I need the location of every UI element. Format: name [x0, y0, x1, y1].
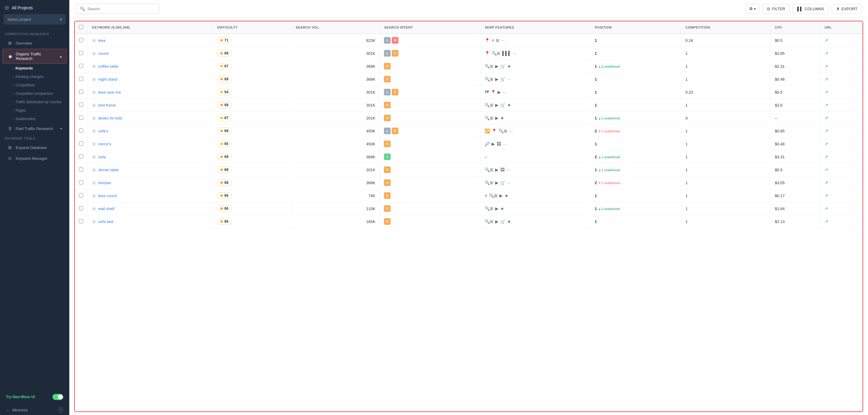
export-button[interactable]: ⬆ EXPORT: [832, 4, 862, 14]
keyword-link[interactable]: sofa: [98, 155, 106, 159]
url-cell[interactable]: ↗: [820, 202, 863, 215]
row-checkbox-cell[interactable]: [75, 47, 88, 60]
sidebar-header[interactable]: ⊟ All Projects: [0, 0, 69, 14]
row-checkbox-cell[interactable]: [75, 164, 88, 176]
url-cell[interactable]: ↗: [820, 86, 863, 99]
external-link-icon[interactable]: ↗: [825, 51, 828, 56]
checkbox-row-4[interactable]: [79, 90, 83, 94]
copy-button[interactable]: ⧉ ▾: [746, 4, 760, 14]
checkbox-row-10[interactable]: [79, 167, 83, 172]
columns-button[interactable]: ▌▌ COLUMNS: [793, 4, 829, 14]
external-link-icon[interactable]: ↗: [825, 64, 828, 69]
url-cell[interactable]: ↗: [820, 125, 863, 138]
external-link-icon[interactable]: ↗: [825, 154, 828, 159]
sidebar-item-expand-database[interactable]: ⊞ Expand Database: [2, 142, 67, 152]
url-cell[interactable]: ↗: [820, 34, 863, 47]
sidebar-sub-competitor-comparison[interactable]: Competitor comparison: [0, 90, 69, 98]
keyword-link[interactable]: bed frame: [98, 103, 116, 107]
row-checkbox-cell[interactable]: [75, 176, 88, 189]
external-link-icon[interactable]: ↗: [825, 206, 828, 211]
keyword-link[interactable]: wall shelf: [98, 206, 114, 211]
add-keyword-btn[interactable]: ⊕: [92, 167, 96, 173]
row-checkbox-cell[interactable]: [75, 150, 88, 164]
add-keyword-btn[interactable]: ⊕: [92, 219, 96, 224]
add-keyword-btn[interactable]: ⊕: [92, 38, 96, 43]
add-keyword-btn[interactable]: ⊕: [92, 154, 96, 160]
keyword-link[interactable]: ikea couch: [98, 194, 117, 198]
checkbox-row-5[interactable]: [79, 103, 83, 107]
checkbox-row-6[interactable]: [79, 115, 83, 120]
keyword-link[interactable]: sofa bed: [98, 219, 113, 224]
url-cell[interactable]: ↗: [820, 60, 863, 73]
add-keyword-btn[interactable]: ⊕: [92, 180, 96, 186]
external-link-icon[interactable]: ↗: [825, 115, 828, 120]
url-cell[interactable]: ↗: [820, 112, 863, 125]
url-cell[interactable]: ↗: [820, 47, 863, 60]
checkbox-row-3[interactable]: [79, 77, 83, 81]
header-search-vol[interactable]: SEARCH VOL.: [291, 21, 380, 34]
row-checkbox-cell[interactable]: [75, 86, 88, 99]
checkbox-row-9[interactable]: [79, 154, 83, 159]
keyword-link[interactable]: desks for kids: [98, 116, 122, 120]
header-competition[interactable]: COMPETITION: [681, 21, 771, 34]
sidebar-item-overview[interactable]: ⊞ Overview: [2, 38, 67, 48]
row-checkbox-cell[interactable]: [75, 73, 88, 86]
add-keyword-btn[interactable]: ⊕: [92, 206, 96, 212]
url-cell[interactable]: ↗: [820, 99, 863, 112]
keyword-link[interactable]: dresser: [98, 180, 111, 185]
external-link-icon[interactable]: ↗: [825, 90, 828, 95]
external-link-icon[interactable]: ↗: [825, 180, 828, 185]
header-checkbox-cell[interactable]: [75, 21, 88, 34]
keyword-link[interactable]: ikea: [98, 38, 105, 43]
add-keyword-btn[interactable]: ⊕: [92, 115, 96, 121]
sidebar-item-paid-traffic[interactable]: $ Paid Traffic Research ▾: [2, 124, 67, 134]
sidebar-sub-competitors[interactable]: Competitors: [0, 81, 69, 90]
filter-button[interactable]: ⊟ FILTER: [763, 4, 790, 14]
external-link-icon[interactable]: ↗: [825, 38, 828, 43]
sidebar-sub-pages[interactable]: Pages: [0, 106, 69, 115]
header-search-intent[interactable]: SEARCH INTENT: [380, 21, 480, 34]
sidebar-sub-keywords[interactable]: Keywords: [0, 64, 69, 72]
add-keyword-btn[interactable]: ⊕: [92, 90, 96, 95]
sidebar-item-keyword-manager[interactable]: ⊙ Keyword Manager: [2, 153, 67, 164]
add-keyword-btn[interactable]: ⊕: [92, 64, 96, 69]
checkbox-row-14[interactable]: [79, 219, 83, 223]
keyword-link[interactable]: couch: [98, 51, 109, 56]
row-checkbox-cell[interactable]: [75, 189, 88, 202]
sidebar-sub-ranking-changes[interactable]: Ranking changes: [0, 72, 69, 81]
row-checkbox-cell[interactable]: [75, 138, 88, 150]
search-box[interactable]: 🔍: [75, 4, 160, 14]
checkbox-row-12[interactable]: [79, 193, 83, 198]
add-keyword-btn[interactable]: ⊕: [92, 102, 96, 108]
url-cell[interactable]: ↗: [820, 138, 863, 150]
sidebar-item-organic-traffic[interactable]: ◉ Organic Traffic Research ▴: [2, 49, 67, 64]
keyword-link[interactable]: dinner table: [98, 168, 119, 172]
search-input[interactable]: [87, 7, 155, 11]
external-link-icon[interactable]: ↗: [825, 77, 828, 81]
header-position[interactable]: POSITION: [590, 21, 681, 34]
keyword-link[interactable]: night stand: [98, 77, 118, 81]
external-link-icon[interactable]: ↗: [825, 219, 828, 224]
checkbox-row-2[interactable]: [79, 64, 83, 68]
row-checkbox-cell[interactable]: [75, 34, 88, 47]
keyword-link[interactable]: mirror's: [98, 142, 111, 146]
row-checkbox-cell[interactable]: [75, 202, 88, 215]
help-icon[interactable]: ?: [58, 407, 63, 413]
row-checkbox-cell[interactable]: [75, 60, 88, 73]
external-link-icon[interactable]: ↗: [825, 103, 828, 107]
sidebar-sub-subdomains[interactable]: Subdomains: [0, 115, 69, 123]
header-keyword[interactable]: KEYWORD (6,080,308): [88, 21, 213, 34]
keyword-link[interactable]: sofa's: [98, 129, 108, 133]
row-checkbox-cell[interactable]: [75, 112, 88, 125]
url-cell[interactable]: ↗: [820, 164, 863, 176]
add-keyword-btn[interactable]: ⊕: [92, 50, 96, 56]
header-serp-features[interactable]: SERP FEATURES: [480, 21, 590, 34]
external-link-icon[interactable]: ↗: [825, 167, 828, 172]
add-keyword-btn[interactable]: ⊕: [92, 128, 96, 134]
url-cell[interactable]: ↗: [820, 189, 863, 202]
project-selector[interactable]: Select project ▾: [4, 14, 66, 25]
checkbox-row-11[interactable]: [79, 180, 83, 184]
header-cpc[interactable]: CPC: [770, 21, 820, 34]
header-difficulty[interactable]: DIFFICULTY: [213, 21, 291, 34]
add-keyword-btn[interactable]: ⊕: [92, 193, 96, 199]
